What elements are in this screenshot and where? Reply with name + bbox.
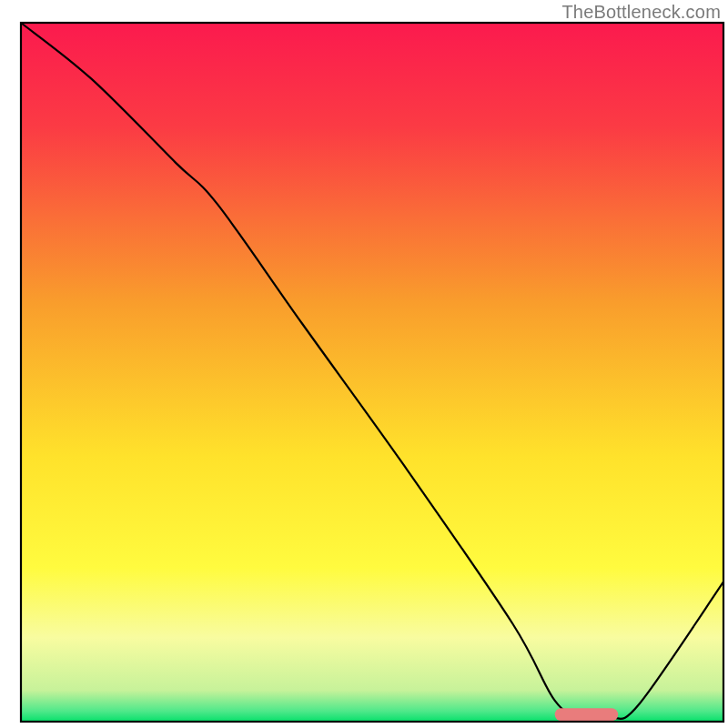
plot-gradient-background <box>21 23 723 722</box>
watermark-text: TheBottleneck.com <box>561 2 721 23</box>
chart-container: TheBottleneck.com <box>0 0 728 728</box>
bottleneck-chart <box>0 0 728 728</box>
optimal-range-marker <box>555 708 618 721</box>
